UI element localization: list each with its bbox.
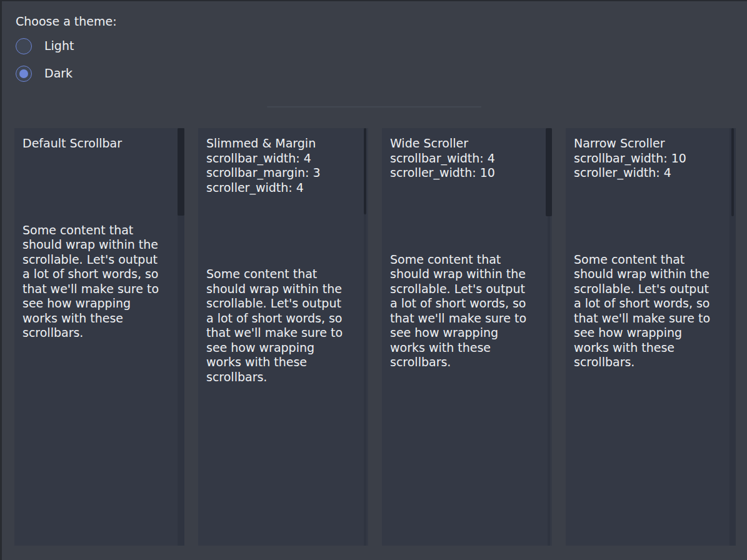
theme-chooser-section: Choose a theme: Light Dark: [2, 1, 747, 83]
radio-option-label: Dark: [44, 66, 73, 81]
scrollbar-thumb[interactable]: [731, 128, 734, 216]
app-window: Choose a theme: Light Dark Default Scrol…: [0, 0, 747, 560]
radio-dot: [19, 69, 28, 78]
radio-icon-selected[interactable]: [16, 66, 32, 82]
scrollable-panel-slimmed[interactable]: Slimmed & Margin scrollbar_width: 4 scro…: [198, 128, 368, 546]
panel-title: Default Scrollbar: [23, 136, 176, 151]
scrollbar-thumb[interactable]: [178, 128, 184, 216]
panel-body-text: Some content that should wrap within the…: [23, 223, 165, 341]
theme-chooser-label: Choose a theme:: [16, 14, 747, 29]
radio-icon[interactable]: [16, 38, 32, 54]
panel-content[interactable]: Default Scrollbar Some content that shou…: [14, 128, 184, 349]
panel-content[interactable]: Slimmed & Margin scrollbar_width: 4 scro…: [198, 128, 368, 392]
panel-content[interactable]: Wide Scroller scrollbar_width: 4 scrolle…: [382, 128, 552, 378]
radio-option-dark[interactable]: Dark: [16, 65, 747, 83]
scrollable-grid: Default Scrollbar Some content that shou…: [14, 128, 736, 546]
panel-body-text: Some content that should wrap within the…: [390, 252, 533, 370]
panel-title: Slimmed & Margin scrollbar_width: 4 scro…: [206, 136, 360, 195]
panel-content[interactable]: Narrow Scroller scrollbar_width: 10 scro…: [566, 128, 736, 378]
scrollbar-thumb[interactable]: [364, 128, 366, 214]
scrollable-panel-wide-scroller[interactable]: Wide Scroller scrollbar_width: 4 scrolle…: [382, 128, 552, 546]
panel-title: Wide Scroller scrollbar_width: 4 scrolle…: [390, 136, 544, 181]
panel-title: Narrow Scroller scrollbar_width: 10 scro…: [574, 136, 728, 181]
panel-body-text: Some content that should wrap within the…: [206, 267, 349, 384]
radio-option-label: Light: [44, 39, 74, 54]
scrollable-panel-default[interactable]: Default Scrollbar Some content that shou…: [14, 128, 184, 546]
scrollbar-thumb[interactable]: [546, 128, 552, 216]
scrollable-panel-narrow-scroller[interactable]: Narrow Scroller scrollbar_width: 10 scro…: [566, 128, 736, 546]
radio-option-light[interactable]: Light: [16, 38, 747, 56]
panel-body-text: Some content that should wrap within the…: [574, 252, 716, 370]
section-divider: [267, 106, 481, 108]
